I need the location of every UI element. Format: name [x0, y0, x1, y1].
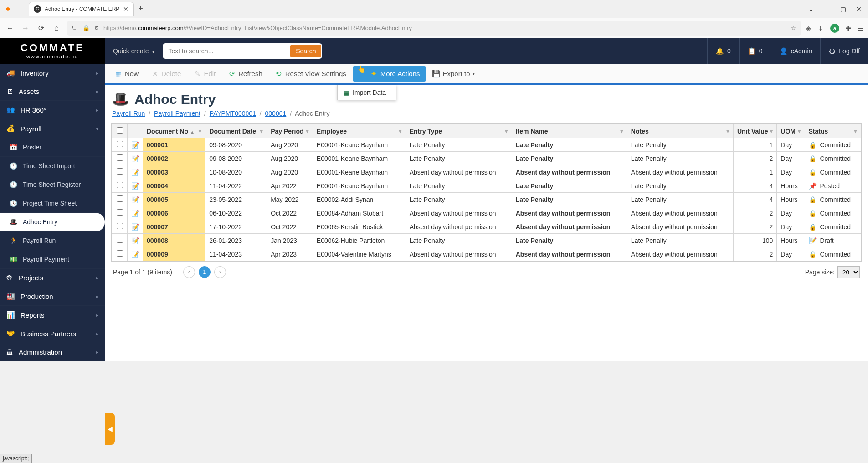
sidebar-item-production[interactable]: 🏭 Production ▸ — [0, 287, 105, 306]
row-checkbox[interactable] — [117, 250, 123, 257]
crumb-payroll-payment[interactable]: Payroll Payment — [154, 110, 200, 117]
extensions-puzzle-icon[interactable]: ✚ — [846, 25, 851, 32]
tab-close-icon[interactable]: ✕ — [123, 5, 128, 13]
sidebar-item-hr360[interactable]: 👥 HR 360° ▸ — [0, 101, 105, 119]
filter-icon[interactable]: ▼ — [619, 129, 624, 134]
back-button[interactable]: ← — [5, 24, 15, 32]
refresh-button[interactable]: ⟳ Refresh — [222, 66, 269, 81]
notifications-button[interactable]: 🔔 0 — [707, 38, 739, 64]
row-checkbox[interactable] — [117, 168, 123, 175]
sidebar-item-project-timesheet[interactable]: 🕔 Project Time Sheet — [0, 194, 105, 213]
app-logo[interactable]: COMMATE www.commate.ca — [0, 38, 105, 64]
row-edit-button[interactable]: 📝 — [128, 165, 143, 179]
row-edit-button[interactable]: 📝 — [128, 193, 143, 206]
col-doc-date[interactable]: Document Date▼ — [205, 124, 267, 138]
import-data-menuitem[interactable]: ▦ Import Data — [338, 85, 396, 100]
export-to-button[interactable]: 💾 Export to ▾ — [426, 66, 481, 81]
row-edit-button[interactable]: 📝 — [128, 152, 143, 165]
sidebar-item-roster[interactable]: 📅 Roster — [0, 138, 105, 157]
more-actions-button[interactable]: 👆 ✦ More Actions — [353, 66, 426, 82]
sidebar-item-adhoc-entry[interactable]: 🎩 Adhoc Entry — [0, 213, 105, 232]
delete-button[interactable]: ✕ Delete — [145, 66, 187, 81]
forward-button[interactable]: → — [20, 24, 31, 32]
hamburger-menu-icon[interactable]: ☰ — [858, 25, 863, 32]
col-unit-value[interactable]: Unit Value▼ — [733, 124, 776, 138]
filter-icon[interactable]: ▼ — [504, 129, 509, 134]
search-button[interactable]: Search — [290, 45, 321, 57]
filter-icon[interactable]: ▼ — [797, 129, 802, 134]
sidebar-item-administration[interactable]: 🏛 Administration ▸ — [0, 343, 105, 361]
search-input[interactable] — [164, 47, 290, 55]
filter-icon[interactable]: ▼ — [398, 129, 403, 134]
sidebar-item-inventory[interactable]: 🚚 Inventory ▸ — [0, 64, 105, 82]
pager-next[interactable]: › — [214, 266, 226, 278]
table-row[interactable]: 📝00000209-08-2020Aug 2020E00001-Keane Ba… — [112, 152, 861, 165]
col-status[interactable]: Status▼ — [805, 124, 861, 138]
sidebar-item-business-partners[interactable]: 🤝 Business Partners ▸ — [0, 324, 105, 343]
sidebar-item-reports[interactable]: 📊 Reports ▸ — [0, 306, 105, 324]
col-entry-type[interactable]: Entry Type▼ — [406, 124, 512, 138]
dropdown-icon[interactable]: ⌄ — [808, 5, 814, 13]
col-doc-no[interactable]: Document No▲▼ — [143, 124, 205, 138]
row-edit-button[interactable]: 📝 — [128, 247, 143, 261]
row-edit-button[interactable]: 📝 — [128, 179, 143, 193]
crumb-doc[interactable]: 000001 — [265, 110, 287, 117]
row-checkbox[interactable] — [117, 237, 123, 243]
row-edit-button[interactable]: 📝 — [128, 206, 143, 220]
crumb-payroll-run[interactable]: Payroll Run — [112, 110, 145, 117]
filter-icon[interactable]: ▼ — [725, 129, 730, 134]
table-row[interactable]: 📝00000109-08-2020Aug 2020E00001-Keane Ba… — [112, 138, 861, 152]
sidebar-item-timesheet-import[interactable]: 🕒 Time Sheet Import — [0, 157, 105, 175]
sidebar-item-payroll-run[interactable]: 🏃 Payroll Run — [0, 232, 105, 250]
filter-icon[interactable]: ▼ — [197, 129, 202, 134]
sidebar-item-payroll[interactable]: 💰 Payroll ▾ — [0, 119, 105, 138]
maximize-icon[interactable]: ▢ — [840, 5, 846, 13]
col-employee[interactable]: Employee▼ — [313, 124, 406, 138]
col-item-name[interactable]: Item Name▼ — [512, 124, 627, 138]
sidebar-item-assets[interactable]: 🖥 Assets ▸ — [0, 82, 105, 101]
table-row[interactable]: 📝00000826-01-2023Jan 2023E00062-Hubie Pa… — [112, 234, 861, 247]
col-uom[interactable]: UOM▼ — [777, 124, 805, 138]
sidebar-item-projects[interactable]: ⛑ Projects ▸ — [0, 269, 105, 287]
crumb-paypmt[interactable]: PAYPMT000001 — [210, 110, 256, 117]
page-size-select[interactable]: 20 — [837, 266, 860, 278]
reset-view-button[interactable]: ⟲ Reset View Settings — [269, 66, 353, 81]
extension-icon[interactable]: a — [830, 24, 839, 33]
row-edit-button[interactable]: 📝 — [128, 220, 143, 234]
row-checkbox[interactable] — [117, 182, 123, 188]
pocket-icon[interactable]: ◈ — [806, 25, 811, 32]
table-row[interactable]: 📝00000717-10-2022Oct 2022E00065-Kerstin … — [112, 220, 861, 234]
row-edit-button[interactable]: 📝 — [128, 138, 143, 152]
table-row[interactable]: 📝00000606-10-2022Oct 2022E00084-Adham St… — [112, 206, 861, 220]
filter-icon[interactable]: ▼ — [853, 129, 858, 134]
downloads-icon[interactable]: ⭳ — [817, 25, 824, 32]
home-button[interactable]: ⌂ — [51, 24, 62, 32]
new-tab-button[interactable]: + — [138, 4, 143, 14]
table-row[interactable]: 📝00000911-04-2023Apr 2023E00004-Valentin… — [112, 247, 861, 261]
row-checkbox[interactable] — [117, 141, 123, 147]
reload-button[interactable]: ⟳ — [36, 24, 46, 32]
row-checkbox[interactable] — [117, 223, 123, 229]
url-bar[interactable]: 🛡 🔒 ⚙ https://demo.commateerp.com/#ViewI… — [67, 21, 801, 36]
row-checkbox[interactable] — [117, 195, 123, 202]
table-row[interactable]: 📝00000523-05-2022May 2022E00002-Addi Syn… — [112, 193, 861, 206]
table-row[interactable]: 📝00000310-08-2020Aug 2020E00001-Keane Ba… — [112, 165, 861, 179]
col-notes[interactable]: Notes▼ — [627, 124, 733, 138]
filter-icon[interactable]: ▼ — [259, 129, 264, 134]
quick-create-button[interactable]: Quick create ▾ — [105, 47, 163, 55]
edit-button[interactable]: ✎ Edit — [187, 66, 222, 81]
table-row[interactable]: 📝00000411-04-2022Apr 2022E00001-Keane Ba… — [112, 179, 861, 193]
row-checkbox[interactable] — [117, 154, 123, 161]
sidebar-item-timesheet-register[interactable]: 🕓 Time Sheet Register — [0, 175, 105, 194]
pager-prev[interactable]: ‹ — [183, 266, 195, 278]
clipboard-button[interactable]: 📋 0 — [739, 38, 771, 64]
new-button[interactable]: ▦ New — [108, 66, 145, 81]
sidebar-item-payroll-payment[interactable]: 💵 Payroll Payment — [0, 250, 105, 269]
col-pay-period[interactable]: Pay Period▼ — [267, 124, 313, 138]
minimize-icon[interactable]: — — [824, 5, 830, 13]
user-menu[interactable]: 👤 cAdmin — [771, 38, 821, 64]
filter-icon[interactable]: ▼ — [305, 129, 310, 134]
pager-page-1[interactable]: 1 — [199, 266, 211, 278]
logoff-button[interactable]: ⏻ Log Off — [820, 38, 868, 64]
browser-tab[interactable]: C Adhoc Entry - COMMATE ERP ✕ — [29, 2, 134, 16]
